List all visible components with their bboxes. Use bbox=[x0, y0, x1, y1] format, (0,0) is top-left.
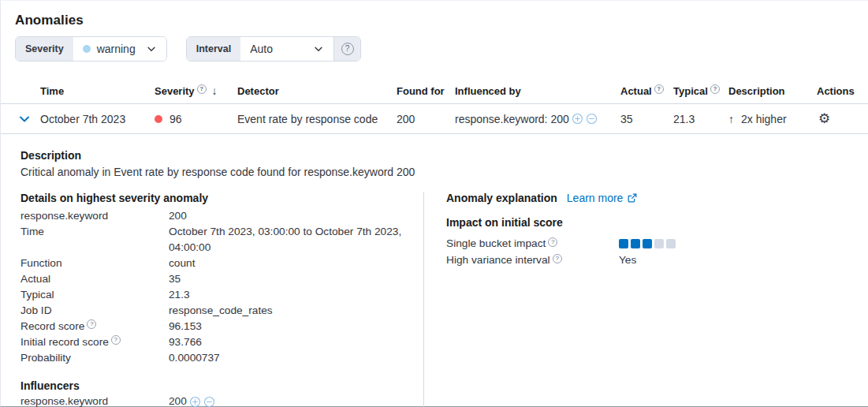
header-severity[interactable]: Severity ? ↓ bbox=[155, 84, 237, 97]
single-bucket-impact-info-icon[interactable]: ? bbox=[548, 237, 557, 247]
cell-found-for: 200 bbox=[397, 113, 455, 125]
severity-warning-dot bbox=[83, 45, 91, 53]
row-actions-gear-button[interactable]: ⚙ bbox=[817, 110, 832, 127]
impact-square bbox=[666, 239, 676, 248]
severity-info-icon[interactable]: ? bbox=[197, 84, 207, 94]
cell-actual: 35 bbox=[620, 113, 673, 125]
arrow-up-icon: ↑ bbox=[728, 113, 734, 125]
header-detector: Detector bbox=[237, 85, 397, 97]
detail-row: Time October 7th 2023, 03:00:00 to Octob… bbox=[20, 224, 411, 256]
header-influenced-by: Influenced by bbox=[455, 85, 620, 97]
interval-help-button[interactable]: ? bbox=[333, 37, 360, 61]
cell-influenced-by: response.keyword: 200 bbox=[455, 113, 620, 125]
cell-detector: Event rate by response code bbox=[237, 113, 397, 125]
question-in-circle-icon: ? bbox=[341, 43, 354, 55]
influencer-value: 200 bbox=[169, 394, 187, 407]
typical-info-icon[interactable]: ? bbox=[710, 84, 720, 94]
filter-out-value-icon[interactable] bbox=[586, 113, 598, 125]
detail-row: Function count bbox=[20, 256, 411, 271]
filter-for-value-icon[interactable] bbox=[189, 396, 201, 407]
header-actual: Actual ? bbox=[620, 85, 673, 97]
influenced-by-value: response.keyword: 200 bbox=[455, 113, 569, 125]
initial-record-score-info-icon[interactable]: ? bbox=[111, 335, 121, 345]
detail-row: Job ID response_code_rates bbox=[20, 303, 411, 319]
single-bucket-impact-row: Single bucket impact ? bbox=[446, 235, 856, 252]
description-value: 2x higher bbox=[741, 113, 787, 125]
filter-bar: Severity warning Interval Auto ? bbox=[15, 36, 868, 62]
single-bucket-impact-bar bbox=[619, 239, 676, 248]
interval-filter-label: Interval bbox=[187, 37, 240, 61]
details-column: Details on highest severity anomaly resp… bbox=[1, 192, 424, 407]
severity-score: 96 bbox=[170, 113, 182, 125]
high-variance-value: Yes bbox=[619, 252, 636, 268]
severity-filter-group: Severity warning bbox=[15, 36, 167, 62]
cell-typical: 21.3 bbox=[673, 113, 728, 125]
detail-row: Actual 35 bbox=[20, 271, 411, 287]
impact-square bbox=[631, 239, 640, 248]
row-collapse-button[interactable] bbox=[18, 113, 31, 125]
header-time: Time bbox=[40, 85, 155, 97]
detail-row: Initial record score ? 93.766 bbox=[20, 334, 411, 350]
cell-time: October 7th 2023 bbox=[40, 113, 155, 125]
header-actions: Actions bbox=[812, 85, 868, 97]
interval-value: Auto bbox=[250, 43, 273, 55]
chevron-down-icon bbox=[146, 43, 157, 54]
expanded-row-details: Description Critical anomaly in Event ra… bbox=[1, 134, 868, 407]
anomaly-explanation-title: Anomaly explanation bbox=[446, 192, 557, 204]
severity-critical-dot bbox=[155, 115, 162, 123]
anomalies-table: Time Severity ? ↓ Detector Found for Inf… bbox=[1, 84, 868, 407]
severity-filter-value: warning bbox=[97, 43, 140, 55]
high-variance-interval-row: High variance interval ? Yes bbox=[446, 252, 856, 268]
impact-square bbox=[654, 239, 664, 248]
description-title: Description bbox=[20, 149, 868, 162]
anomaly-description-block: Description Critical anomaly in Event ra… bbox=[1, 149, 868, 192]
record-score-info-icon[interactable]: ? bbox=[87, 319, 96, 329]
cell-severity: 96 bbox=[155, 113, 237, 125]
detail-row: Typical 21.3 bbox=[20, 287, 411, 303]
chevron-down-icon bbox=[18, 113, 31, 125]
actual-info-icon[interactable]: ? bbox=[654, 84, 664, 94]
interval-filter-group: Interval Auto ? bbox=[186, 36, 361, 62]
severity-filter-label: Severity bbox=[16, 37, 73, 61]
header-description: Description bbox=[728, 85, 812, 97]
high-variance-info-icon[interactable]: ? bbox=[553, 254, 562, 263]
details-title: Details on highest severity anomaly bbox=[20, 192, 411, 204]
detail-row: Probability 0.0000737 bbox=[20, 350, 411, 366]
influencers-title: Influencers bbox=[20, 379, 411, 392]
filter-out-value-icon[interactable] bbox=[203, 396, 215, 407]
severity-filter-select[interactable]: warning bbox=[73, 37, 166, 61]
header-found-for: Found for bbox=[397, 85, 455, 97]
table-row: October 7th 2023 96 Event rate by respon… bbox=[1, 104, 868, 134]
detail-row: response.keyword 200 bbox=[20, 208, 411, 224]
sort-desc-icon[interactable]: ↓ bbox=[212, 84, 218, 97]
external-link-icon bbox=[627, 192, 638, 204]
description-text: Critical anomaly in Event rate by respon… bbox=[20, 166, 868, 178]
impact-square bbox=[643, 239, 652, 248]
impact-square bbox=[619, 239, 628, 248]
interval-select[interactable]: Auto bbox=[240, 37, 333, 61]
influencer-row: response.keyword 200 bbox=[20, 394, 411, 407]
anomaly-explanation-column: Anomaly explanation Learn more Impact on… bbox=[424, 192, 868, 407]
chevron-down-icon bbox=[313, 43, 324, 54]
table-header-row: Time Severity ? ↓ Detector Found for Inf… bbox=[1, 84, 868, 104]
filter-for-value-icon[interactable] bbox=[572, 113, 583, 125]
influencers-block: Influencers response.keyword 200 bbox=[20, 379, 411, 407]
impact-on-initial-score-title: Impact on initial score bbox=[446, 216, 856, 229]
anomalies-panel: Anomalies Severity warning Interval Auto… bbox=[0, 0, 868, 407]
learn-more-link[interactable]: Learn more bbox=[567, 192, 639, 204]
header-typical: Typical ? bbox=[673, 85, 728, 97]
page-title: Anomalies bbox=[15, 13, 868, 28]
cell-description: ↑ 2x higher bbox=[728, 113, 812, 125]
detail-row: Record score ? 96.153 bbox=[20, 319, 411, 334]
